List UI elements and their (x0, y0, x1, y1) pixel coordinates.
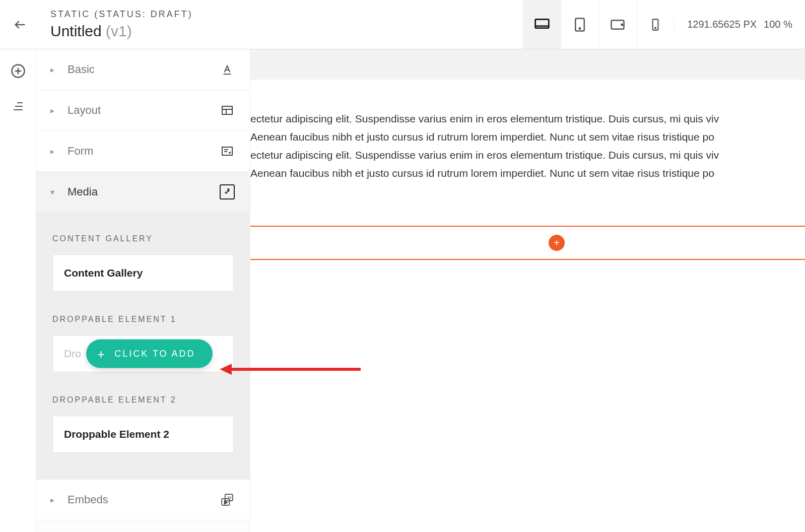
media-tile-label: Dro (64, 348, 81, 359)
canvas-text-line: Aenean faucibus nibh et justo cursus id … (250, 128, 805, 146)
tablet-portrait-icon (572, 17, 587, 32)
tablet-landscape-icon (610, 17, 625, 32)
page-status: STATIC (STATUS: DRAFT) (50, 9, 193, 20)
canvas-info-panel: 1291.65625 PX 100 % (674, 19, 805, 30)
media-tile-label: Content Gallery (64, 267, 143, 279)
svg-point-8 (655, 27, 656, 28)
media-card-content-gallery: CONTENT GALLERY Content Gallery (44, 222, 242, 297)
media-icon (220, 184, 235, 200)
back-button[interactable] (10, 15, 30, 35)
media-card-heading: DROPPABLE ELEMENT 2 (52, 395, 234, 405)
mobile-icon (649, 18, 662, 31)
canvas-text-line: Aenean faucibus nibh et justo cursus id … (250, 164, 805, 182)
viewport-desktop-button[interactable] (523, 0, 561, 49)
components-sidebar: ▸ Basic ▸ Layout ▸ Form (36, 49, 250, 532)
click-to-add-label: CLICK TO ADD (114, 349, 195, 359)
accordion-label: Layout (68, 104, 220, 117)
accordion-header-layout[interactable]: ▸ Layout (36, 90, 250, 130)
viewport-tablet-portrait-button[interactable] (561, 0, 598, 49)
outline-list-icon (12, 100, 24, 112)
svg-point-23 (229, 152, 230, 153)
page-version: (v1) (106, 23, 132, 39)
viewport-tablet-landscape-button[interactable] (598, 0, 636, 49)
chevron-right-icon: ▸ (50, 65, 60, 75)
media-card-droppable-2: DROPPABLE ELEMENT 2 Droppable Element 2 (44, 383, 242, 458)
media-card-heading: DROPPABLE ELEMENT 1 (52, 315, 234, 324)
accordion-header-embeds[interactable]: ▸ Embeds (36, 480, 250, 520)
page-title: Untitled (50, 23, 102, 39)
canvas-text-line: ectetur adipiscing elit. Suspendisse var… (250, 110, 805, 128)
accordion-label: Form (68, 145, 220, 158)
chevron-right-icon: ▸ (50, 147, 60, 156)
svg-point-4 (579, 28, 581, 29)
media-tile-content-gallery[interactable]: Content Gallery (52, 254, 234, 292)
click-to-add-button[interactable]: + CLICK TO ADD (86, 340, 213, 368)
app-header: STATIC (STATUS: DRAFT) Untitled (v1) 129… (0, 0, 805, 49)
form-icon (220, 144, 235, 159)
accordion-form: ▸ Form (36, 131, 250, 172)
accordion-body-media: CONTENT GALLERY Content Gallery DROPPABL… (36, 212, 250, 479)
chevron-down-icon: ▾ (50, 187, 60, 197)
svg-rect-17 (222, 106, 232, 114)
drop-zone-add-button[interactable]: + (549, 235, 565, 251)
svg-point-6 (622, 24, 623, 25)
drop-zone-line-top (250, 226, 805, 227)
media-tile-label: Droppable Element 2 (64, 428, 169, 440)
svg-marker-26 (225, 501, 227, 504)
accordion-label: Media (68, 185, 220, 198)
canvas-top-band (250, 49, 805, 80)
svg-rect-1 (535, 19, 549, 28)
text-color-icon (220, 62, 235, 77)
media-tile-droppable-2[interactable]: Droppable Element 2 (52, 416, 234, 453)
plus-icon: + (97, 349, 106, 358)
plus-circle-icon (11, 63, 26, 79)
canvas-text-line: ectetur adipiscing elit. Suspendisse var… (250, 146, 805, 164)
layout-icon (220, 103, 235, 118)
accordion-basic: ▸ Basic (36, 49, 250, 90)
accordion-label: Embeds (68, 493, 220, 506)
accordion-embeds: ▸ Embeds (36, 480, 250, 520)
accordion-layout: ▸ Layout (36, 90, 250, 131)
canvas-zoom-label: 100 % (764, 19, 792, 30)
arrow-left-icon (13, 18, 27, 32)
viewport-mobile-button[interactable] (636, 0, 674, 49)
editor-canvas[interactable]: ectetur adipiscing elit. Suspendisse var… (250, 49, 805, 532)
accordion-label: Basic (68, 63, 220, 76)
accordion-header-media[interactable]: ▾ Media (36, 172, 250, 212)
media-card-heading: CONTENT GALLERY (52, 234, 234, 243)
canvas-text-block: ectetur adipiscing elit. Suspendisse var… (250, 110, 805, 182)
accordion-media: ▾ Media CONTENT GALLERY Content Gallery … (36, 172, 250, 480)
canvas-width-label: 1291.65625 PX (687, 19, 757, 30)
media-tile-droppable-1[interactable]: Dro + CLICK TO ADD (52, 335, 234, 372)
accordion-header-form[interactable]: ▸ Form (36, 131, 250, 171)
viewport-switcher (523, 0, 674, 49)
media-card-droppable-1: DROPPABLE ELEMENT 1 Dro + CLICK TO ADD (44, 303, 242, 377)
page-title-block: STATIC (STATUS: DRAFT) Untitled (v1) (50, 9, 193, 40)
add-panel-button[interactable] (11, 63, 26, 79)
chevron-right-icon: ▸ (50, 106, 60, 115)
chevron-right-icon: ▸ (50, 495, 60, 505)
desktop-icon (534, 17, 550, 33)
embed-icon (220, 492, 235, 507)
mini-toolbar (0, 49, 36, 532)
drop-zone-line-bottom (250, 259, 805, 260)
outline-panel-button[interactable] (11, 99, 26, 114)
accordion-header-basic[interactable]: ▸ Basic (36, 49, 250, 90)
